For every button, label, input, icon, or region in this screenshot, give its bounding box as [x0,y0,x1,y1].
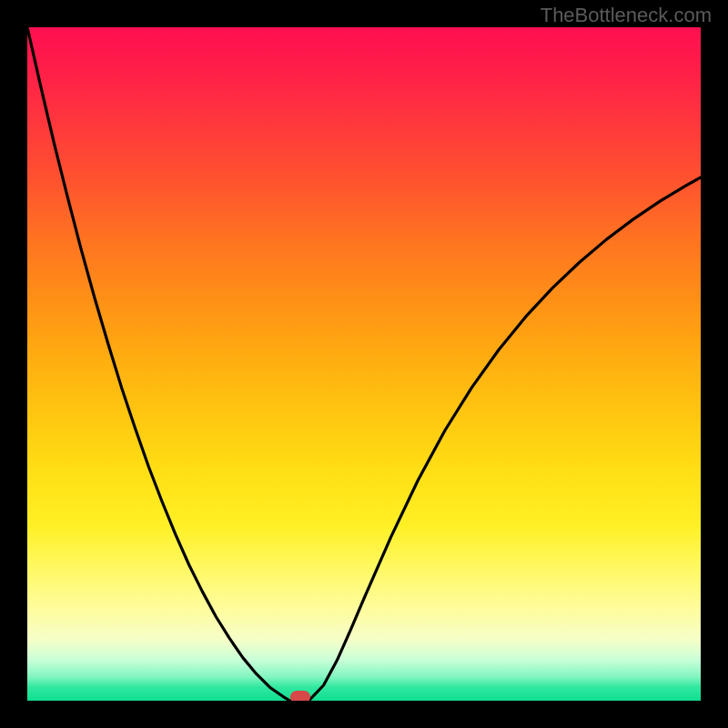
chart-plot-area [27,27,701,701]
watermark-text: TheBottleneck.com [541,4,712,27]
chart-curve-svg [27,27,701,701]
bottleneck-curve [27,27,701,701]
data-point-marker [290,691,310,701]
